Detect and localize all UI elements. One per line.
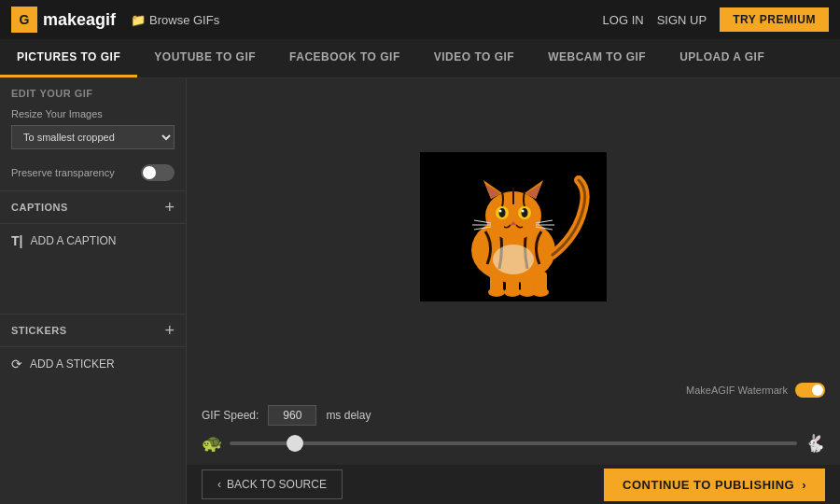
continue-label: CONTINUE TO PUBLISHING [623, 478, 794, 492]
back-label: BACK TO SOURCE [227, 478, 327, 491]
speed-label: GIF Speed: [202, 409, 259, 422]
sidebar: EDIT YOUR GIF Resize Your Images To smal… [0, 78, 187, 504]
stickers-section-row: STICKERS + [0, 314, 186, 347]
toggle-knob [143, 166, 156, 179]
add-caption-plus-button[interactable]: + [164, 199, 175, 216]
tab-pictures[interactable]: PICTURES TO GIF [0, 39, 137, 77]
speed-input[interactable]: 960 [268, 405, 316, 426]
captions-section-row: CAPTIONS + [0, 190, 186, 224]
svg-point-9 [499, 208, 506, 217]
content-area: MakeAGIF Watermark GIF Speed: 960 ms del… [187, 78, 840, 504]
back-chevron-icon: ‹ [217, 478, 221, 491]
add-sticker-label: ADD A STICKER [30, 357, 115, 371]
gif-preview-area [187, 78, 840, 375]
tabs-bar: PICTURES TO GIF YOUTUBE TO GIF FACEBOOK … [0, 39, 840, 78]
preserve-toggle[interactable] [141, 164, 175, 181]
ms-delay-label: ms delay [326, 409, 371, 422]
slider-row: 🐢 🐇 [202, 433, 825, 454]
svg-point-11 [499, 210, 502, 213]
try-premium-button[interactable]: TRY PREMIUM [720, 7, 829, 32]
preserve-label: Preserve transparency [11, 167, 115, 178]
tab-webcam[interactable]: WEBCAM TO GIF [531, 39, 663, 77]
fast-icon: 🐇 [805, 433, 825, 454]
add-sticker-button[interactable]: ⟳ ADD A STICKER [0, 347, 186, 381]
tab-upload[interactable]: UPLOAD A GIF [663, 39, 781, 77]
sticker-icon: ⟳ [11, 357, 22, 371]
captions-spacer [0, 258, 186, 314]
resize-select[interactable]: To smallest cropped To largest Stretch t… [11, 125, 175, 149]
speed-row: GIF Speed: 960 ms delay [202, 405, 825, 426]
resize-label: Resize Your Images [0, 105, 186, 121]
top-navbar: G makeagif 📁 Browse GIFs LOG IN SIGN UP … [0, 0, 840, 39]
svg-point-27 [532, 287, 549, 297]
watermark-toggle-knob [812, 385, 823, 396]
edit-section-header: EDIT YOUR GIF [0, 78, 186, 105]
nav-right: LOG IN SIGN UP TRY PREMIUM [603, 7, 829, 32]
svg-point-24 [488, 287, 505, 297]
caption-icon: T| [11, 233, 22, 248]
logo[interactable]: G makeagif [11, 7, 116, 33]
back-to-source-button[interactable]: ‹ BACK TO SOURCE [202, 469, 343, 499]
signup-button[interactable]: SIGN UP [657, 13, 707, 27]
footer-buttons: ‹ BACK TO SOURCE CONTINUE TO PUBLISHING … [187, 465, 840, 504]
main-area: EDIT YOUR GIF Resize Your Images To smal… [0, 78, 840, 504]
browse-icon: 📁 [131, 13, 146, 27]
add-caption-button[interactable]: T| ADD A CAPTION [0, 224, 186, 258]
captions-title: CAPTIONS [11, 202, 68, 213]
watermark-toggle[interactable] [795, 383, 825, 398]
bottom-controls: MakeAGIF Watermark GIF Speed: 960 ms del… [187, 375, 840, 465]
stickers-title: STICKERS [11, 325, 67, 336]
login-button[interactable]: LOG IN [603, 13, 644, 27]
continue-chevron-icon: › [802, 478, 806, 492]
browse-label: Browse GIFs [149, 13, 219, 27]
slow-icon: 🐢 [202, 433, 222, 454]
svg-point-10 [522, 208, 528, 217]
add-caption-label: ADD A CAPTION [30, 234, 116, 247]
speed-slider[interactable] [230, 441, 797, 445]
browse-gifs-link[interactable]: 📁 Browse GIFs [131, 13, 219, 27]
logo-text: makeagif [43, 10, 116, 30]
gif-canvas [420, 152, 607, 301]
add-sticker-plus-button[interactable]: + [164, 322, 175, 339]
preserve-transparency-row: Preserve transparency [0, 159, 186, 190]
tab-video[interactable]: VIDEO TO GIF [417, 39, 531, 77]
continue-to-publishing-button[interactable]: CONTINUE TO PUBLISHING › [604, 469, 825, 501]
watermark-row: MakeAGIF Watermark [202, 383, 825, 398]
svg-point-25 [504, 287, 521, 297]
tab-facebook[interactable]: FACEBOOK TO GIF [273, 39, 417, 77]
watermark-label: MakeAGIF Watermark [686, 385, 788, 396]
tab-youtube[interactable]: YOUTUBE TO GIF [137, 39, 273, 77]
logo-area: G makeagif 📁 Browse GIFs [11, 7, 219, 33]
slider-thumb[interactable] [287, 435, 303, 452]
svg-point-12 [522, 210, 525, 213]
svg-point-28 [493, 245, 534, 274]
logo-icon: G [11, 7, 37, 33]
cat-svg [420, 152, 607, 301]
